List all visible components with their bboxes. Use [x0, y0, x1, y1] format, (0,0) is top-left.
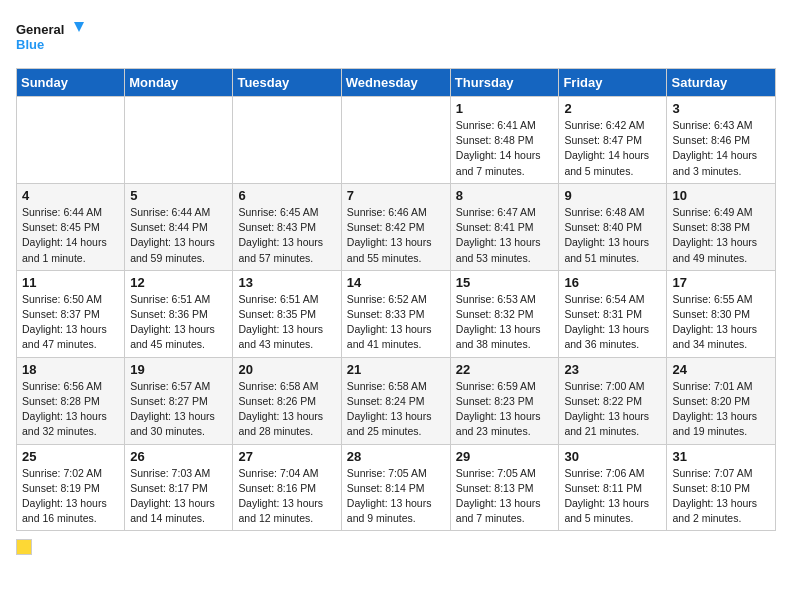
calendar-week-row: 11Sunrise: 6:50 AM Sunset: 8:37 PM Dayli… — [17, 270, 776, 357]
day-detail: Sunrise: 6:57 AM Sunset: 8:27 PM Dayligh… — [130, 379, 227, 440]
calendar-day-cell: 11Sunrise: 6:50 AM Sunset: 8:37 PM Dayli… — [17, 270, 125, 357]
day-detail: Sunrise: 6:50 AM Sunset: 8:37 PM Dayligh… — [22, 292, 119, 353]
legend — [16, 539, 776, 555]
calendar-week-row: 25Sunrise: 7:02 AM Sunset: 8:19 PM Dayli… — [17, 444, 776, 531]
calendar-day-cell: 3Sunrise: 6:43 AM Sunset: 8:46 PM Daylig… — [667, 97, 776, 184]
calendar-day-cell: 20Sunrise: 6:58 AM Sunset: 8:26 PM Dayli… — [233, 357, 341, 444]
day-number: 11 — [22, 275, 119, 290]
day-number: 29 — [456, 449, 554, 464]
calendar-day-cell: 25Sunrise: 7:02 AM Sunset: 8:19 PM Dayli… — [17, 444, 125, 531]
day-detail: Sunrise: 6:44 AM Sunset: 8:44 PM Dayligh… — [130, 205, 227, 266]
calendar-day-cell: 27Sunrise: 7:04 AM Sunset: 8:16 PM Dayli… — [233, 444, 341, 531]
day-number: 26 — [130, 449, 227, 464]
day-number: 22 — [456, 362, 554, 377]
day-detail: Sunrise: 7:07 AM Sunset: 8:10 PM Dayligh… — [672, 466, 770, 527]
day-number: 20 — [238, 362, 335, 377]
day-detail: Sunrise: 6:52 AM Sunset: 8:33 PM Dayligh… — [347, 292, 445, 353]
day-detail: Sunrise: 7:02 AM Sunset: 8:19 PM Dayligh… — [22, 466, 119, 527]
legend-color-box — [16, 539, 32, 555]
svg-marker-2 — [74, 22, 84, 32]
calendar-header-row: SundayMondayTuesdayWednesdayThursdayFrid… — [17, 69, 776, 97]
day-detail: Sunrise: 7:01 AM Sunset: 8:20 PM Dayligh… — [672, 379, 770, 440]
day-detail: Sunrise: 6:51 AM Sunset: 8:36 PM Dayligh… — [130, 292, 227, 353]
calendar-day-cell: 14Sunrise: 6:52 AM Sunset: 8:33 PM Dayli… — [341, 270, 450, 357]
svg-text:General: General — [16, 22, 64, 37]
day-detail: Sunrise: 7:00 AM Sunset: 8:22 PM Dayligh… — [564, 379, 661, 440]
calendar-day-cell — [233, 97, 341, 184]
day-number: 4 — [22, 188, 119, 203]
day-number: 17 — [672, 275, 770, 290]
calendar-day-header: Thursday — [450, 69, 559, 97]
logo-svg: General Blue — [16, 16, 86, 56]
calendar-day-header: Monday — [125, 69, 233, 97]
calendar-day-cell: 16Sunrise: 6:54 AM Sunset: 8:31 PM Dayli… — [559, 270, 667, 357]
day-detail: Sunrise: 6:59 AM Sunset: 8:23 PM Dayligh… — [456, 379, 554, 440]
day-number: 16 — [564, 275, 661, 290]
day-detail: Sunrise: 7:06 AM Sunset: 8:11 PM Dayligh… — [564, 466, 661, 527]
calendar-day-header: Saturday — [667, 69, 776, 97]
calendar-day-cell: 6Sunrise: 6:45 AM Sunset: 8:43 PM Daylig… — [233, 183, 341, 270]
calendar-day-cell: 30Sunrise: 7:06 AM Sunset: 8:11 PM Dayli… — [559, 444, 667, 531]
calendar-day-cell — [341, 97, 450, 184]
day-number: 2 — [564, 101, 661, 116]
day-number: 30 — [564, 449, 661, 464]
day-number: 7 — [347, 188, 445, 203]
calendar-day-header: Sunday — [17, 69, 125, 97]
day-number: 23 — [564, 362, 661, 377]
day-detail: Sunrise: 7:05 AM Sunset: 8:13 PM Dayligh… — [456, 466, 554, 527]
calendar-day-cell: 10Sunrise: 6:49 AM Sunset: 8:38 PM Dayli… — [667, 183, 776, 270]
calendar-day-cell: 23Sunrise: 7:00 AM Sunset: 8:22 PM Dayli… — [559, 357, 667, 444]
day-number: 28 — [347, 449, 445, 464]
day-number: 18 — [22, 362, 119, 377]
calendar-day-cell: 2Sunrise: 6:42 AM Sunset: 8:47 PM Daylig… — [559, 97, 667, 184]
calendar-day-cell: 9Sunrise: 6:48 AM Sunset: 8:40 PM Daylig… — [559, 183, 667, 270]
day-detail: Sunrise: 6:45 AM Sunset: 8:43 PM Dayligh… — [238, 205, 335, 266]
calendar-day-cell: 4Sunrise: 6:44 AM Sunset: 8:45 PM Daylig… — [17, 183, 125, 270]
calendar-day-cell: 19Sunrise: 6:57 AM Sunset: 8:27 PM Dayli… — [125, 357, 233, 444]
day-detail: Sunrise: 6:51 AM Sunset: 8:35 PM Dayligh… — [238, 292, 335, 353]
day-number: 12 — [130, 275, 227, 290]
day-number: 19 — [130, 362, 227, 377]
day-number: 3 — [672, 101, 770, 116]
logo: General Blue — [16, 16, 86, 56]
day-detail: Sunrise: 7:05 AM Sunset: 8:14 PM Dayligh… — [347, 466, 445, 527]
page-header: General Blue — [16, 16, 776, 56]
calendar-day-header: Wednesday — [341, 69, 450, 97]
calendar-table: SundayMondayTuesdayWednesdayThursdayFrid… — [16, 68, 776, 531]
day-number: 1 — [456, 101, 554, 116]
day-detail: Sunrise: 6:44 AM Sunset: 8:45 PM Dayligh… — [22, 205, 119, 266]
day-number: 27 — [238, 449, 335, 464]
calendar-day-cell — [125, 97, 233, 184]
day-detail: Sunrise: 6:58 AM Sunset: 8:24 PM Dayligh… — [347, 379, 445, 440]
calendar-day-cell: 7Sunrise: 6:46 AM Sunset: 8:42 PM Daylig… — [341, 183, 450, 270]
day-detail: Sunrise: 7:03 AM Sunset: 8:17 PM Dayligh… — [130, 466, 227, 527]
day-number: 31 — [672, 449, 770, 464]
calendar-day-header: Friday — [559, 69, 667, 97]
day-detail: Sunrise: 6:56 AM Sunset: 8:28 PM Dayligh… — [22, 379, 119, 440]
day-detail: Sunrise: 6:43 AM Sunset: 8:46 PM Dayligh… — [672, 118, 770, 179]
calendar-day-cell: 5Sunrise: 6:44 AM Sunset: 8:44 PM Daylig… — [125, 183, 233, 270]
calendar-day-cell: 21Sunrise: 6:58 AM Sunset: 8:24 PM Dayli… — [341, 357, 450, 444]
day-number: 5 — [130, 188, 227, 203]
day-detail: Sunrise: 6:53 AM Sunset: 8:32 PM Dayligh… — [456, 292, 554, 353]
calendar-day-cell: 8Sunrise: 6:47 AM Sunset: 8:41 PM Daylig… — [450, 183, 559, 270]
day-detail: Sunrise: 6:48 AM Sunset: 8:40 PM Dayligh… — [564, 205, 661, 266]
calendar-day-header: Tuesday — [233, 69, 341, 97]
day-detail: Sunrise: 7:04 AM Sunset: 8:16 PM Dayligh… — [238, 466, 335, 527]
day-number: 13 — [238, 275, 335, 290]
day-number: 8 — [456, 188, 554, 203]
calendar-day-cell: 13Sunrise: 6:51 AM Sunset: 8:35 PM Dayli… — [233, 270, 341, 357]
day-number: 15 — [456, 275, 554, 290]
day-detail: Sunrise: 6:49 AM Sunset: 8:38 PM Dayligh… — [672, 205, 770, 266]
day-number: 9 — [564, 188, 661, 203]
calendar-week-row: 1Sunrise: 6:41 AM Sunset: 8:48 PM Daylig… — [17, 97, 776, 184]
calendar-day-cell: 1Sunrise: 6:41 AM Sunset: 8:48 PM Daylig… — [450, 97, 559, 184]
day-detail: Sunrise: 6:41 AM Sunset: 8:48 PM Dayligh… — [456, 118, 554, 179]
day-detail: Sunrise: 6:42 AM Sunset: 8:47 PM Dayligh… — [564, 118, 661, 179]
day-number: 14 — [347, 275, 445, 290]
calendar-day-cell: 29Sunrise: 7:05 AM Sunset: 8:13 PM Dayli… — [450, 444, 559, 531]
day-detail: Sunrise: 6:54 AM Sunset: 8:31 PM Dayligh… — [564, 292, 661, 353]
day-detail: Sunrise: 6:47 AM Sunset: 8:41 PM Dayligh… — [456, 205, 554, 266]
day-number: 6 — [238, 188, 335, 203]
calendar-day-cell: 12Sunrise: 6:51 AM Sunset: 8:36 PM Dayli… — [125, 270, 233, 357]
